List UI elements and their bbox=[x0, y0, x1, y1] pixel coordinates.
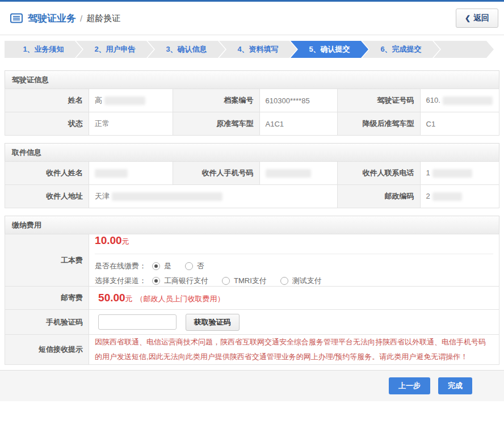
recipient-name-label: 收件人姓名 bbox=[5, 162, 89, 185]
radio-channel-icbc[interactable]: 工商银行支付 bbox=[152, 276, 208, 286]
online-payment-row: 是否在线缴费： 是 否 bbox=[95, 261, 493, 271]
recipient-mobile-value bbox=[259, 162, 338, 185]
redacted-mobile bbox=[266, 169, 311, 178]
step-bar-filler bbox=[434, 41, 494, 58]
redacted-address bbox=[112, 192, 222, 201]
status-value: 正常 bbox=[89, 112, 173, 136]
chevron-left-icon: ❮ bbox=[465, 14, 471, 22]
sms-code-cell: 获取验证码 bbox=[89, 310, 499, 335]
sms-notice-cell: 因陕西省联通、电信运营商技术问题，陕西省互联网交通安全综合服务管理平台无法向持陕… bbox=[89, 335, 499, 365]
license-number-label: 驾驶证号码 bbox=[338, 89, 420, 112]
step-progress-bar: 1、业务须知 2、用户申告 3、确认信息 4、资料填写 5、确认提交 6、完成提… bbox=[5, 41, 499, 58]
license-number-value: 610. bbox=[420, 89, 499, 112]
file-number-value: 610300****85 bbox=[259, 89, 338, 112]
cost-fee-amount: 10.00元 bbox=[95, 234, 493, 247]
step-6-complete[interactable]: 6、完成提交 bbox=[362, 41, 440, 58]
recipient-address-label: 收件人地址 bbox=[5, 185, 89, 208]
name-label: 姓名 bbox=[5, 89, 89, 112]
step-4-fill-data[interactable]: 4、资料填写 bbox=[219, 41, 297, 58]
pickup-section-title: 取件信息 bbox=[5, 143, 499, 161]
breadcrumb-separator: / bbox=[80, 14, 82, 23]
name-value: 高 bbox=[89, 89, 173, 112]
cost-fee-label: 工本费 bbox=[5, 234, 89, 287]
step-1-notice[interactable]: 1、业务须知 bbox=[5, 41, 82, 58]
table-row: 工本费 10.00元 是否在线缴费： 是 否 bbox=[5, 234, 499, 287]
sms-notice-text: 因陕西省联通、电信运营商技术问题，陕西省互联网交通安全综合服务管理平台无法向持陕… bbox=[95, 335, 493, 364]
table-row: 手机验证码 获取验证码 bbox=[5, 310, 499, 335]
payment-channel-question: 选择支付渠道： bbox=[95, 276, 146, 286]
downgraded-class-value: C1 bbox=[420, 112, 499, 136]
table-row: 短信接收提示 因陕西省联通、电信运营商技术问题，陕西省互联网交通安全综合服务管理… bbox=[5, 335, 499, 365]
license-section-title: 驾驶证信息 bbox=[5, 70, 499, 89]
page-title: 驾驶证业务 bbox=[28, 12, 76, 25]
table-row: 姓名 高 档案编号 610300****85 驾驶证号码 610. bbox=[5, 89, 499, 112]
back-button[interactable]: ❮ 返回 bbox=[456, 9, 498, 28]
step-3-confirm-info[interactable]: 3、确认信息 bbox=[148, 41, 225, 58]
table-row: 收件人姓名 收件人手机号码 收件人联系电话 1 bbox=[5, 162, 499, 185]
license-info-section: 驾驶证信息 姓名 高 档案编号 610300****85 驾驶证号码 610. … bbox=[5, 70, 499, 136]
get-code-button[interactable]: 获取验证码 bbox=[186, 314, 240, 331]
recipient-address-value: 天津 bbox=[89, 185, 338, 208]
cost-fee-cell: 10.00元 是否在线缴费： 是 否 bbox=[89, 234, 499, 287]
table-row: 状态 正常 原准驾车型 A1C1 降级后准驾车型 C1 bbox=[5, 112, 499, 136]
page: 驾驶证业务 / 超龄换证 ❮ 返回 1、业务须知 2、用户申告 3、确认信息 4… bbox=[0, 0, 504, 429]
radio-online-no[interactable]: 否 bbox=[185, 261, 204, 271]
title-bar: 驾驶证业务 / 超龄换证 ❮ 返回 bbox=[0, 2, 504, 35]
redacted-license-number bbox=[443, 96, 493, 105]
file-number-label: 档案编号 bbox=[173, 89, 259, 112]
payment-channel-row: 选择支付渠道： 工商银行支付 TMRI支付 测试支付 bbox=[95, 276, 493, 286]
recipient-phone-label: 收件人联系电话 bbox=[338, 162, 420, 185]
status-label: 状态 bbox=[5, 112, 89, 136]
redacted-name bbox=[104, 96, 145, 105]
radio-icon[interactable] bbox=[152, 262, 160, 270]
fees-table: 工本费 10.00元 是否在线缴费： 是 否 bbox=[5, 234, 499, 365]
recipient-phone-value: 1 bbox=[420, 162, 499, 185]
footer-action-bar: 上一步 完成 bbox=[0, 370, 504, 401]
step-5-confirm-submit[interactable]: 5、确认提交 bbox=[291, 41, 368, 58]
divider bbox=[95, 254, 493, 254]
page-subtitle: 超龄换证 bbox=[86, 13, 120, 24]
radio-channel-tmri[interactable]: TMRI支付 bbox=[222, 276, 267, 286]
license-info-table: 姓名 高 档案编号 610300****85 驾驶证号码 610. 状态 正常 … bbox=[5, 89, 499, 136]
table-row: 邮寄费 50.00元（邮政人员上门收取费用） bbox=[5, 287, 499, 310]
form-list-icon bbox=[10, 13, 23, 23]
redacted-recipient-name bbox=[95, 169, 128, 178]
original-class-label: 原准驾车型 bbox=[173, 112, 259, 136]
radio-icon[interactable] bbox=[185, 262, 193, 270]
previous-step-button[interactable]: 上一步 bbox=[389, 377, 430, 394]
fees-section-title: 缴纳费用 bbox=[5, 216, 499, 234]
radio-channel-test[interactable]: 测试支付 bbox=[280, 276, 322, 286]
recipient-mobile-label: 收件人手机号码 bbox=[173, 162, 259, 185]
radio-online-yes[interactable]: 是 bbox=[152, 261, 171, 271]
redacted-phone bbox=[432, 169, 472, 178]
postage-fee-cell: 50.00元（邮政人员上门收取费用） bbox=[89, 287, 499, 310]
sms-code-input[interactable] bbox=[98, 314, 177, 330]
pickup-info-section: 取件信息 收件人姓名 收件人手机号码 收件人联系电话 1 收件人地址 bbox=[5, 143, 499, 208]
radio-icon[interactable] bbox=[152, 277, 160, 285]
finish-button[interactable]: 完成 bbox=[438, 377, 472, 394]
radio-icon[interactable] bbox=[222, 277, 230, 285]
recipient-name-value bbox=[89, 162, 173, 185]
redacted-postcode bbox=[432, 192, 462, 201]
postage-fee-label: 邮寄费 bbox=[5, 287, 89, 310]
downgraded-class-label: 降级后准驾车型 bbox=[338, 112, 420, 136]
postcode-value: 2 bbox=[420, 185, 499, 208]
sms-notice-label: 短信接收提示 bbox=[5, 335, 89, 365]
step-2-declaration[interactable]: 2、用户申告 bbox=[76, 41, 154, 58]
sms-code-label: 手机验证码 bbox=[5, 310, 89, 335]
postcode-label: 邮政编码 bbox=[338, 185, 420, 208]
postage-fee-note: （邮政人员上门收取费用） bbox=[136, 295, 225, 303]
original-class-value: A1C1 bbox=[259, 112, 338, 136]
fees-section: 缴纳费用 工本费 10.00元 是否在线缴费： 是 bbox=[5, 216, 499, 365]
pickup-info-table: 收件人姓名 收件人手机号码 收件人联系电话 1 收件人地址 天津 邮政编码 bbox=[5, 161, 499, 208]
radio-icon[interactable] bbox=[280, 277, 288, 285]
back-button-label: 返回 bbox=[473, 13, 489, 23]
table-row: 收件人地址 天津 邮政编码 2 bbox=[5, 185, 499, 208]
online-payment-question: 是否在线缴费： bbox=[95, 261, 146, 271]
